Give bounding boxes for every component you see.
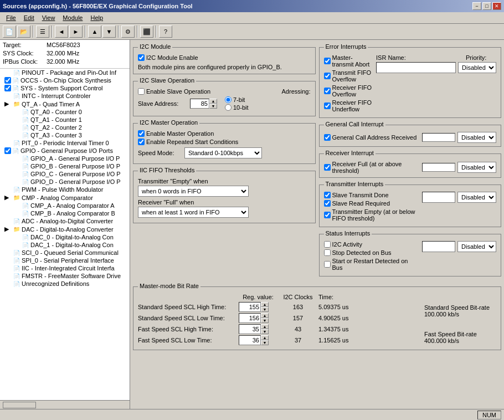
- menu-help[interactable]: Help: [87, 13, 106, 22]
- master-repeated-label[interactable]: Enable Repeated Start Conditions: [138, 139, 238, 145]
- slave-enable-checkbox[interactable]: [138, 88, 145, 95]
- error-priority-select[interactable]: Disabled Level 0: [458, 62, 496, 73]
- toolbar-open[interactable]: 📂: [17, 25, 30, 38]
- status-cb-1[interactable]: [324, 249, 331, 256]
- addr-10bit-label[interactable]: 10-bit: [225, 104, 249, 111]
- tx-priority-select[interactable]: Disabled: [457, 192, 496, 203]
- status-cb-0[interactable]: [324, 241, 331, 248]
- tree-item-24[interactable]: 📄SPI_0 - Serial Peripheral Interface: [0, 257, 130, 264]
- speed-mode-select[interactable]: Standard 0-100kbps Fast 0-400kbps: [184, 147, 262, 158]
- tx-empty-select[interactable]: when 0 words in FIFO when 1 word in FIFO: [138, 186, 249, 197]
- tree-item-21[interactable]: 📄DAC_0 - Digital-to-Analog Con: [0, 233, 130, 241]
- menu-module[interactable]: Module: [59, 13, 86, 22]
- master-row-0-reg-input[interactable]: [239, 302, 261, 312]
- rx-full-select[interactable]: when at least 1 word in FIFO when at lea…: [138, 207, 249, 218]
- receiver-interrupt-checkbox[interactable]: [324, 164, 331, 171]
- master-row-3-reg-down[interactable]: ▼: [261, 340, 269, 345]
- status-isr-input[interactable]: [422, 241, 455, 252]
- menu-view[interactable]: View: [39, 13, 59, 22]
- master-repeated-checkbox[interactable]: [138, 139, 145, 145]
- slave-addr-up[interactable]: ▲: [209, 99, 217, 104]
- error-cb-0[interactable]: [324, 58, 331, 64]
- master-row-3-reg-up[interactable]: ▲: [261, 335, 269, 340]
- tree-item-5[interactable]: 📄QT_A0 - Counter 0: [0, 108, 130, 116]
- i2c-enable-checkbox[interactable]: [138, 54, 145, 61]
- toolbar-down[interactable]: ▼: [102, 25, 116, 38]
- tree-item-22[interactable]: 📄DAC_1 - Digital-to-Analog Con: [0, 241, 130, 249]
- master-row-0-reg-up[interactable]: ▲: [261, 302, 269, 307]
- tree-item-23[interactable]: 📄SCI_0 - Queued Serial Communical: [0, 249, 130, 257]
- error-cb-3[interactable]: [324, 103, 331, 109]
- master-row-1-reg-down[interactable]: ▼: [261, 318, 269, 323]
- master-row-1-reg-input[interactable]: [239, 313, 261, 323]
- general-call-checkbox[interactable]: [324, 134, 331, 141]
- tree-item-20[interactable]: ▶📁DAC - Digital-to-Analog Converter: [0, 225, 130, 233]
- tree-item-8[interactable]: 📄QT_A3 - Counter 3: [0, 131, 130, 139]
- toolbar-help[interactable]: ?: [159, 25, 172, 38]
- master-row-0-reg-down[interactable]: ▼: [261, 307, 269, 312]
- toolbar-new[interactable]: 📄: [3, 25, 16, 38]
- master-row-1-reg-spinner[interactable]: ▲ ▼: [239, 313, 277, 323]
- status-cb-2[interactable]: [324, 261, 331, 268]
- error-isr-name-input[interactable]: [376, 62, 456, 73]
- general-call-isr-input[interactable]: [422, 133, 455, 142]
- horizontal-scrollbar[interactable]: [0, 400, 130, 409]
- master-row-1-reg-up[interactable]: ▲: [261, 313, 269, 318]
- master-row-2-reg-input[interactable]: [239, 324, 261, 334]
- general-call-priority-select[interactable]: Disabled: [457, 132, 496, 143]
- slave-enable-label[interactable]: Enable Slave Operation: [138, 88, 210, 95]
- tx-cb-2[interactable]: [324, 212, 331, 218]
- tree-item-0[interactable]: 📄PINOUT - Package and Pin-Out Inf: [0, 69, 130, 76]
- tree-item-7[interactable]: 📄QT_A2 - Counter 2: [0, 124, 130, 131]
- tree-item-26[interactable]: 📄FMSTR - FreeMaster Software Drive: [0, 272, 130, 280]
- slave-addr-spinner[interactable]: ▲ ▼: [190, 99, 217, 109]
- tree-item-2[interactable]: 📄SYS - System Support Control: [0, 84, 130, 92]
- tree-checkbox-10[interactable]: [4, 147, 11, 154]
- receiver-interrupt-isr-input[interactable]: [422, 163, 455, 172]
- menu-file[interactable]: File: [3, 13, 19, 22]
- tree-item-6[interactable]: 📄QT_A1 - Counter 1: [0, 116, 130, 124]
- toolbar-config[interactable]: ⚙: [121, 25, 135, 38]
- tree-item-25[interactable]: 📄IIC - Inter-Integrated Circuit Interfa: [0, 264, 130, 272]
- tree-item-4[interactable]: ▶📁QT_A - Quad Timer A: [0, 100, 130, 108]
- slave-addr-down[interactable]: ▼: [209, 104, 217, 109]
- tx-isr-input[interactable]: [422, 192, 455, 203]
- master-row-3-reg-input[interactable]: [239, 335, 261, 345]
- master-row-2-reg-up[interactable]: ▲: [261, 324, 269, 329]
- toolbar-generate[interactable]: ⬛: [140, 25, 153, 38]
- tx-cb-1[interactable]: [324, 200, 331, 207]
- tree-item-17[interactable]: 📄CMP_A - Analog Comparator A: [0, 202, 130, 209]
- tree-item-15[interactable]: 📄PWM - Pulse Width Modulator: [0, 186, 130, 193]
- tx-cb-0[interactable]: [324, 192, 331, 198]
- i2c-enable-label[interactable]: I2C Module Enable: [138, 54, 198, 61]
- tree-item-3[interactable]: 📄INTC - Interrupt Controler: [0, 92, 130, 100]
- receiver-interrupt-priority-select[interactable]: Disabled: [457, 162, 496, 173]
- tree-item-19[interactable]: 📄ADC - Analog-to-Digital Converter: [0, 217, 130, 225]
- tree-checkbox-2[interactable]: [4, 85, 11, 91]
- error-cb-2[interactable]: [324, 88, 331, 94]
- master-enable-label[interactable]: Enable Master Operation: [138, 130, 214, 137]
- addr-7bit-label[interactable]: 7-bit: [225, 96, 249, 103]
- slave-addr-input[interactable]: [190, 99, 209, 109]
- tree-item-9[interactable]: 📄PIT_0 - Periodic Interval Timer 0: [0, 139, 130, 147]
- tree-item-27[interactable]: 📄Unrecognized Definitions: [0, 280, 130, 288]
- tree-item-14[interactable]: 📄GPIO_D - General Purpose I/O P: [0, 178, 130, 186]
- tree-item-18[interactable]: 📄CMP_B - Analog Comparator B: [0, 209, 130, 217]
- addr-10bit-radio[interactable]: [225, 104, 232, 111]
- maximize-button[interactable]: □: [482, 2, 491, 10]
- addr-7bit-radio[interactable]: [225, 96, 232, 103]
- tree-item-12[interactable]: 📄GPIO_B - General Purpose I/O P: [0, 162, 130, 170]
- master-row-2-reg-spinner[interactable]: ▲ ▼: [239, 324, 277, 334]
- tree-checkbox-1[interactable]: [4, 77, 11, 84]
- status-priority-select[interactable]: Disabled: [457, 241, 496, 252]
- master-row-2-reg-down[interactable]: ▼: [261, 329, 269, 334]
- tree-item-10[interactable]: 📄GPIO - General Purpose I/O Ports: [0, 147, 130, 155]
- tree-item-13[interactable]: 📄GPIO_C - General Purpose I/O P: [0, 170, 130, 178]
- menu-edit[interactable]: Edit: [20, 13, 38, 22]
- minimize-button[interactable]: −: [472, 2, 481, 10]
- master-row-0-reg-spinner[interactable]: ▲ ▼: [239, 302, 277, 312]
- error-cb-1[interactable]: [324, 73, 331, 79]
- close-button[interactable]: ✕: [492, 2, 501, 10]
- master-row-3-reg-spinner[interactable]: ▲ ▼: [239, 335, 277, 345]
- toolbar-list[interactable]: ☰: [36, 25, 49, 38]
